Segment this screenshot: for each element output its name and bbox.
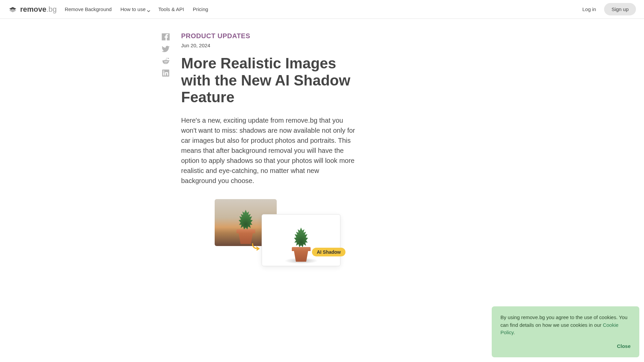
ai-shadow-badge: AI Shadow (312, 248, 345, 256)
nav-remove-background[interactable]: Remove Background (65, 6, 112, 12)
article-title: More Realistic Images with the New AI Sh… (181, 55, 356, 106)
twitter-icon[interactable] (161, 44, 170, 54)
article: PRODUCT UPDATES Jun 20, 2024 More Realis… (181, 32, 356, 280)
facebook-icon[interactable] (161, 32, 170, 42)
main-nav: Remove Background How to use Tools & API… (65, 6, 208, 12)
plant-after (292, 228, 311, 261)
signup-button[interactable]: Sign up (604, 3, 636, 15)
article-body: Here's a new, exciting update from remov… (181, 115, 356, 186)
page-header: remove.bg Remove Background How to use T… (0, 0, 644, 19)
nav-pricing[interactable]: Pricing (193, 6, 208, 12)
chevron-down-icon (147, 8, 150, 11)
logo-icon (8, 5, 17, 14)
illustration-after-card (262, 214, 340, 266)
nav-how-to-use[interactable]: How to use (120, 6, 150, 12)
article-date: Jun 20, 2024 (181, 43, 356, 48)
plant-before (236, 210, 255, 243)
article-category: PRODUCT UPDATES (181, 32, 356, 40)
linkedin-icon[interactable] (161, 68, 170, 78)
arrow-icon (252, 243, 262, 251)
reddit-icon[interactable] (161, 56, 170, 66)
logo-link[interactable]: remove.bg (8, 5, 57, 14)
header-right: Log in Sign up (582, 3, 636, 15)
logo-text: remove.bg (20, 5, 57, 14)
article-illustration: AI Shadow (195, 199, 342, 280)
nav-tools-api[interactable]: Tools & API (158, 6, 184, 12)
header-left: remove.bg Remove Background How to use T… (8, 5, 208, 14)
main-content: PRODUCT UPDATES Jun 20, 2024 More Realis… (154, 32, 490, 280)
share-icons (161, 32, 173, 280)
login-link[interactable]: Log in (582, 6, 596, 12)
nav-how-to-use-label: How to use (120, 6, 146, 12)
